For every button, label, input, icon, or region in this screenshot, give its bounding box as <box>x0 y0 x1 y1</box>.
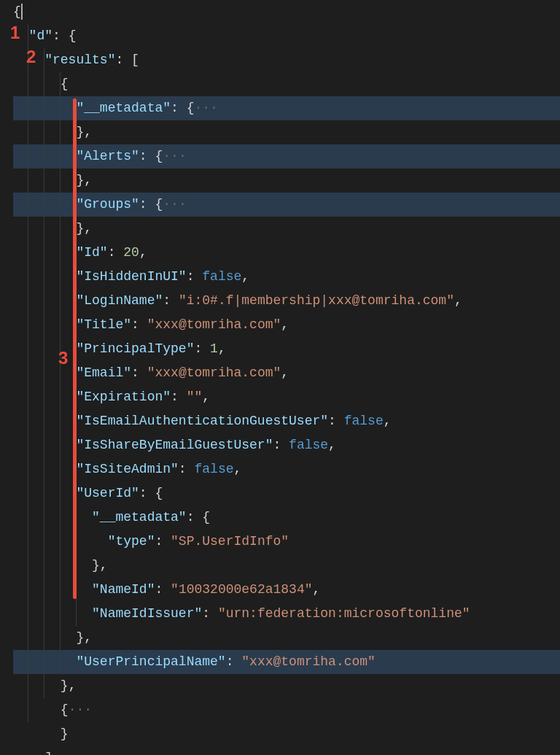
code-line: "NameIdIssuer": "urn:federation:microsof… <box>13 602 560 626</box>
fold-ellipsis-icon[interactable]: ··· <box>163 197 186 212</box>
code-line: "type": "SP.UserIdInfo" <box>13 530 560 554</box>
annotation-3: 3 <box>58 346 68 370</box>
code-line: "NameId": "10032000e62a1834", <box>13 578 560 602</box>
json-key: "Email" <box>76 365 131 380</box>
json-key: "Alerts" <box>76 149 139 163</box>
code-line: "IsEmailAuthenticationGuestUser": false, <box>13 409 560 433</box>
json-key: "d" <box>29 28 52 43</box>
code-line: "Id": 20, <box>13 241 560 265</box>
code-line: {··· <box>13 698 560 722</box>
json-bool: false <box>194 462 233 476</box>
annotation-1: 1 <box>10 20 20 44</box>
json-key: "IsHiddenInUI" <box>76 269 186 284</box>
json-key: "NameId" <box>92 582 155 597</box>
code-line: "d": { <box>13 24 560 48</box>
json-key: "Id" <box>76 245 107 260</box>
fold-ellipsis-icon[interactable]: ··· <box>194 101 217 115</box>
code-line: "Groups": {··· <box>13 193 560 217</box>
code-line: "UserId": { <box>13 481 560 506</box>
code-line: } <box>13 722 560 746</box>
json-string: "xxx@tomriha.com" <box>147 365 281 380</box>
json-bool: false <box>289 438 328 452</box>
json-string: "xxx@tomriha.com" <box>147 317 281 332</box>
text-cursor <box>21 4 23 20</box>
code-line: }, <box>13 217 560 241</box>
json-key: "Expiration" <box>76 390 171 404</box>
json-key: "LoginName" <box>76 293 163 308</box>
code-line: { <box>13 0 560 24</box>
code-line: "IsShareByEmailGuestUser": false, <box>13 433 560 457</box>
json-string: "SP.UserIdInfo" <box>171 534 289 549</box>
code-line: }, <box>13 169 560 193</box>
code-line: "Expiration": "", <box>13 385 560 409</box>
code-line: "results": [ <box>13 48 560 72</box>
json-number: 1 <box>210 341 218 356</box>
json-number: 20 <box>123 245 139 260</box>
code-line: }, <box>13 626 560 650</box>
code-line: "IsSiteAdmin": false, <box>13 457 560 481</box>
code-line: "Alerts": {··· <box>13 144 560 169</box>
open-brace: { <box>13 4 21 19</box>
json-key: "IsSiteAdmin" <box>76 462 178 476</box>
json-key: "Groups" <box>76 197 139 212</box>
code-line: "Email": "xxx@tomriha.com", <box>13 361 560 385</box>
json-key: "UserId" <box>76 486 139 500</box>
code-line: }, <box>13 674 560 698</box>
code-line: "PrincipalType": 1, <box>13 337 560 361</box>
annotation-2: 2 <box>26 44 36 69</box>
code-line: "UserPrincipalName": "xxx@tomriha.com" <box>13 650 560 674</box>
code-line: "__metadata": {··· <box>13 96 560 120</box>
json-string: "" <box>187 390 203 404</box>
code-line: "IsHiddenInUI": false, <box>13 265 560 289</box>
code-line: "Title": "xxx@tomriha.com", <box>13 313 560 337</box>
json-key: "IsShareByEmailGuestUser" <box>76 438 273 452</box>
code-line: { <box>13 72 560 96</box>
json-bool: false <box>344 414 384 428</box>
json-string: "i:0#.f|membership|xxx@tomriha.com" <box>179 293 454 308</box>
json-string: "urn:federation:microsoftonline" <box>218 606 470 621</box>
json-string: "10032000e62a1834" <box>171 582 312 597</box>
code-line: ] <box>13 746 560 755</box>
code-line: }, <box>13 120 560 144</box>
json-string: "xxx@tomriha.com" <box>241 654 376 669</box>
json-key: "__metadata" <box>76 101 171 115</box>
json-key: "results" <box>44 53 115 67</box>
json-key: "PrincipalType" <box>76 341 194 356</box>
annotation-bar <box>73 98 77 599</box>
json-key: "Title" <box>76 317 131 332</box>
fold-ellipsis-icon[interactable]: ··· <box>163 149 186 163</box>
json-key: "IsEmailAuthenticationGuestUser" <box>76 414 328 428</box>
code-editor[interactable]: 1 2 3 { "d": { "results": [ { "__metadat… <box>0 0 560 755</box>
json-bool: false <box>202 269 241 284</box>
fold-ellipsis-icon[interactable]: ··· <box>69 702 92 717</box>
code-line: "LoginName": "i:0#.f|membership|xxx@tomr… <box>13 289 560 313</box>
json-key: "type" <box>108 534 155 549</box>
json-key: "NameIdIssuer" <box>92 606 202 621</box>
code-line: "__metadata": { <box>13 506 560 530</box>
code-line: }, <box>13 554 560 578</box>
json-key: "__metadata" <box>92 510 187 524</box>
json-key: "UserPrincipalName" <box>76 654 225 669</box>
